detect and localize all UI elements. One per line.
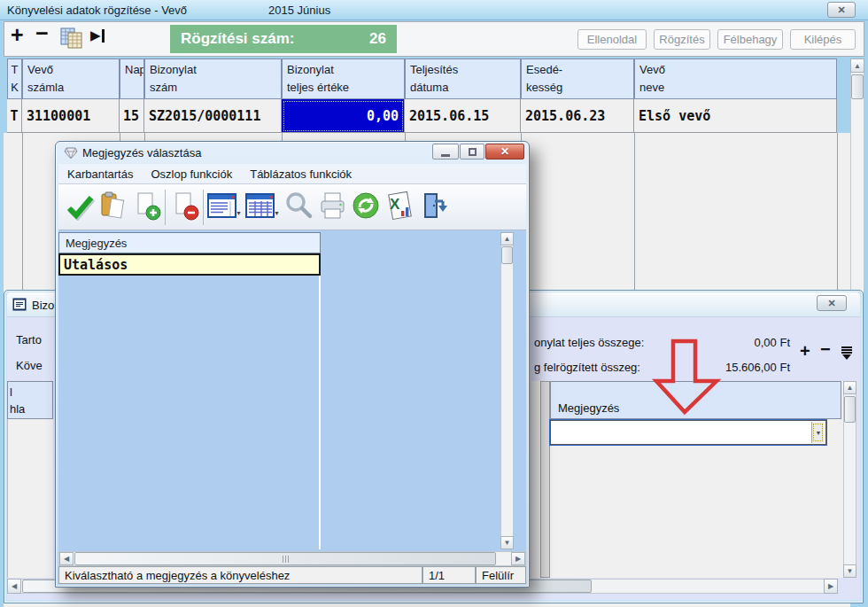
- dialog-vertical-scrollbar[interactable]: [500, 232, 514, 549]
- felbehagy-button[interactable]: Félbehagy: [717, 29, 783, 50]
- table-view-button[interactable]: [244, 189, 277, 226]
- menu-karbantartas[interactable]: Karbantartás: [58, 165, 142, 183]
- excel-export-icon: X: [384, 191, 415, 223]
- scroll-right-button[interactable]: ▶: [824, 579, 838, 594]
- right-arrow-icon: ▶: [828, 582, 833, 590]
- tartozik-label: Tarto: [16, 333, 42, 346]
- table-view-icon: [244, 191, 276, 222]
- row-cell-teljesites[interactable]: 2015.06.15: [405, 99, 521, 133]
- paste-button[interactable]: [96, 189, 129, 226]
- scroll-left-button[interactable]: ◀: [7, 579, 21, 594]
- thumb-grip-icon: [283, 556, 289, 563]
- dialog-horizontal-scrollbar[interactable]: ◀ ▶: [58, 551, 526, 566]
- add-record-button[interactable]: +: [11, 23, 24, 46]
- grid-vline: [837, 133, 838, 297]
- detail-row-selector-column: [540, 381, 550, 578]
- scroll-up-button[interactable]: ▲: [500, 232, 514, 245]
- exit-button[interactable]: [416, 189, 450, 226]
- refresh-icon: [351, 191, 381, 223]
- minimize-icon: [441, 154, 450, 157]
- close-icon: ✕: [500, 145, 509, 158]
- main-close-button[interactable]: ✕: [827, 2, 856, 18]
- minus-icon: −: [35, 20, 49, 45]
- main-scrollbar-thumb[interactable]: [851, 74, 864, 99]
- print-icon: [316, 191, 348, 223]
- column-header-bizonylat-ertek: Bizonylat teljes értéke: [282, 58, 405, 99]
- ellenoldal-button[interactable]: Ellenoldal: [577, 29, 647, 50]
- scroll-left-button[interactable]: ◀: [59, 552, 74, 565]
- dialog-close-button[interactable]: ✕: [485, 144, 524, 160]
- combo-dropdown-button[interactable]: ▼: [811, 422, 825, 443]
- list-selected-row[interactable]: Utalásos: [58, 253, 321, 276]
- detail-menu-button[interactable]: [840, 346, 854, 363]
- plus-icon: +: [800, 341, 810, 361]
- scroll-up-button[interactable]: ▲: [850, 58, 864, 73]
- scroll-up-button[interactable]: ▲: [843, 381, 856, 394]
- exit-icon: [418, 191, 448, 223]
- column-header-vevo-neve: Vevő neve: [634, 58, 837, 99]
- menu-tablazatos-funkciok[interactable]: Táblázatos funkciók: [241, 165, 360, 183]
- scroll-down-button[interactable]: ▼: [500, 536, 514, 549]
- minus-icon: −: [820, 339, 831, 359]
- add-record-button[interactable]: [129, 189, 163, 226]
- excel-export-button[interactable]: X: [383, 189, 416, 226]
- last-record-button[interactable]: ▶: [90, 27, 105, 43]
- next-icon: ▶: [90, 27, 101, 43]
- row-cell-ertek-selected[interactable]: 0,00: [282, 99, 405, 133]
- dialog-list-area: Megjegyzés Utalásos ▲ ▼: [58, 230, 526, 551]
- megjegyzes-combo-input[interactable]: ▼: [550, 420, 826, 445]
- detail-close-button[interactable]: ✕: [817, 295, 847, 311]
- delete-record-button[interactable]: [167, 189, 201, 226]
- chevron-down-icon[interactable]: ▼: [236, 210, 242, 216]
- rogzites-button[interactable]: Rögzítés: [654, 29, 710, 50]
- chevron-down-icon[interactable]: ▼: [274, 210, 280, 216]
- detail-column-header-fragment: l hla: [7, 381, 53, 419]
- row-cell-nev[interactable]: Első vevő: [634, 99, 837, 133]
- scroll-down-button[interactable]: ▼: [843, 564, 856, 578]
- accept-button[interactable]: [62, 189, 96, 226]
- main-window-period: 2015 Június: [268, 4, 330, 17]
- close-icon: ✕: [827, 298, 835, 309]
- row-cell-nap[interactable]: 15: [120, 99, 144, 133]
- row-cell-tk[interactable]: T: [7, 99, 22, 133]
- row-cell-esedekesseg[interactable]: 2015.06.23: [521, 99, 634, 133]
- menu-oszlop-funkciok[interactable]: Oszlop funkciók: [142, 165, 241, 183]
- detail-remove-button[interactable]: −: [820, 339, 831, 360]
- scroll-right-button[interactable]: ▶: [511, 552, 525, 565]
- end-bar-icon: [102, 29, 105, 43]
- status-overwrite-mode: Felülír: [476, 566, 526, 584]
- dialog-statusbar: Kiválasztható a megjegyzés a könyveléshe…: [58, 566, 526, 584]
- row-cell-szamla[interactable]: 31100001: [22, 99, 120, 133]
- add-record-icon: [131, 191, 161, 223]
- chevron-down-icon: ▼: [816, 430, 822, 436]
- dialog-hscrollbar-thumb[interactable]: [74, 552, 496, 565]
- kilepes-button[interactable]: Kilépés: [790, 29, 856, 50]
- filter-menu-icon: [840, 350, 854, 363]
- delete-record-button[interactable]: −: [35, 21, 49, 44]
- refresh-button[interactable]: [349, 189, 383, 226]
- detail-add-button[interactable]: +: [800, 341, 810, 362]
- minimize-button[interactable]: [432, 144, 459, 160]
- row-cell-bizonylat[interactable]: SZ2015/0000111: [144, 99, 282, 133]
- down-arrow-icon: ▼: [504, 539, 511, 547]
- screen: Könyvelési adatok rögzítése - Vevő 2015 …: [0, 0, 868, 607]
- plus-icon: +: [11, 22, 24, 47]
- record-counter: Rögzítési szám: 26: [170, 25, 397, 53]
- maximize-button[interactable]: [460, 144, 484, 160]
- dialog-toolbar: ▼ ▼: [58, 184, 526, 230]
- close-icon: ✕: [837, 4, 845, 16]
- print-button[interactable]: [315, 189, 349, 226]
- list-view-icon: [206, 191, 238, 222]
- search-icon: [283, 191, 314, 223]
- list-view-button[interactable]: [205, 189, 239, 226]
- dialog-scrollbar-thumb[interactable]: [501, 246, 513, 264]
- column-header-vevo-szamla: Vevő számla: [22, 58, 120, 99]
- grid-vline: [22, 133, 23, 297]
- search-button[interactable]: [282, 189, 315, 226]
- copy-sheets-button[interactable]: [60, 27, 83, 52]
- total-amount-label: onylat teljes összege:: [534, 336, 644, 349]
- svg-text:X: X: [390, 196, 400, 213]
- detail-scrollbar-thumb[interactable]: [844, 396, 856, 423]
- detail-window-icon: [12, 298, 27, 314]
- up-arrow-icon: ▲: [847, 384, 854, 392]
